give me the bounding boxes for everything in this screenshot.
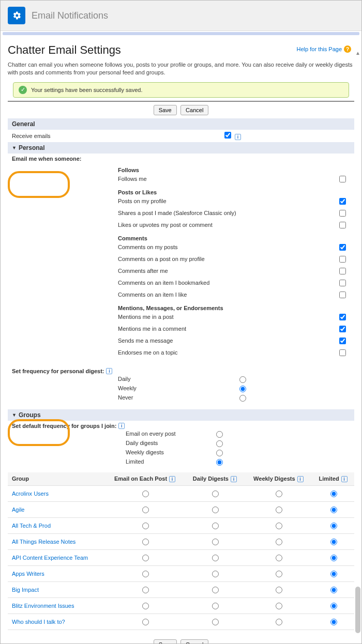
table-row: Acrolinx Users xyxy=(8,485,354,501)
info-icon[interactable] xyxy=(235,134,241,140)
option-row: Comments on a post on my profile xyxy=(118,253,350,265)
group-link[interactable]: Who should I talk to? xyxy=(12,619,65,625)
group-freq-radio[interactable] xyxy=(212,507,219,513)
group-freq-radio[interactable] xyxy=(276,603,282,609)
gear-icon xyxy=(8,7,25,24)
group-freq-radio[interactable] xyxy=(142,555,149,561)
group-freq-radio[interactable] xyxy=(276,571,282,577)
option-label: Comments on an item I like xyxy=(118,292,335,298)
digest-radio[interactable] xyxy=(239,395,246,402)
group-freq-radio[interactable] xyxy=(142,571,149,577)
option-label: Likes or upvotes my post or comment xyxy=(118,222,335,228)
group-freq-radio[interactable] xyxy=(330,539,337,545)
group-freq-radio[interactable] xyxy=(212,523,219,529)
option-checkbox[interactable] xyxy=(339,244,346,251)
group-freq-radio[interactable] xyxy=(276,587,282,593)
group-freq-radio[interactable] xyxy=(142,619,149,625)
group-link[interactable]: All Things Release Notes xyxy=(12,539,76,545)
save-button[interactable]: Save xyxy=(154,105,177,115)
group-freq-radio[interactable] xyxy=(330,555,337,561)
app-header: Email Notifications xyxy=(1,1,361,31)
group-freq-radio[interactable] xyxy=(212,555,219,561)
col-each: Email on Each Post xyxy=(105,472,185,486)
scrollbar-thumb[interactable] xyxy=(355,587,360,633)
receive-emails-checkbox[interactable] xyxy=(224,132,231,139)
option-checkbox[interactable] xyxy=(339,222,346,228)
group-freq-radio[interactable] xyxy=(276,539,282,545)
info-icon[interactable] xyxy=(297,476,304,482)
group-freq-radio[interactable] xyxy=(330,490,337,497)
group-freq-radio[interactable] xyxy=(142,539,149,545)
option-checkbox[interactable] xyxy=(339,280,346,286)
cancel-button[interactable]: Cancel xyxy=(180,639,208,644)
info-icon[interactable] xyxy=(106,368,112,374)
option-checkbox[interactable] xyxy=(339,198,346,205)
option-checkbox[interactable] xyxy=(339,326,346,332)
option-checkbox[interactable] xyxy=(339,268,346,274)
group-default-row: Weekly digests xyxy=(126,448,350,457)
group-link[interactable]: Big Impact xyxy=(12,587,39,593)
personal-options-block: FollowsFollows mePosts or LikesPosts on … xyxy=(8,163,354,359)
group-freq-radio[interactable] xyxy=(330,587,337,593)
section-personal-header[interactable]: ▼ Personal xyxy=(8,142,354,154)
option-checkbox[interactable] xyxy=(339,210,346,217)
group-link[interactable]: Agile xyxy=(12,507,24,513)
help-link[interactable]: Help for this Page ? xyxy=(297,45,351,53)
option-row: Comments on an item I bookmarked xyxy=(118,277,350,289)
option-label: Comments on a post on my profile xyxy=(118,256,335,262)
info-icon[interactable] xyxy=(231,476,237,482)
option-checkbox[interactable] xyxy=(339,256,346,263)
cancel-button[interactable]: Cancel xyxy=(180,105,208,115)
group-freq-radio[interactable] xyxy=(142,507,149,513)
save-button[interactable]: Save xyxy=(154,639,177,644)
info-icon[interactable] xyxy=(169,476,175,482)
group-freq-radio[interactable] xyxy=(212,619,219,625)
group-link[interactable]: Blitz Environment Issues xyxy=(12,603,74,609)
group-freq-radio[interactable] xyxy=(276,507,282,513)
group-freq-radio[interactable] xyxy=(330,571,337,577)
group-freq-radio[interactable] xyxy=(330,603,337,609)
digest-option-label: Never xyxy=(118,394,237,401)
option-checkbox[interactable] xyxy=(339,292,346,298)
group-link[interactable]: Acrolinx Users xyxy=(12,490,49,497)
group-link[interactable]: Apps Writers xyxy=(12,571,44,577)
group-freq-radio[interactable] xyxy=(330,507,337,513)
group-freq-radio[interactable] xyxy=(276,619,282,625)
option-checkbox[interactable] xyxy=(339,314,346,320)
option-checkbox[interactable] xyxy=(339,349,346,356)
group-link[interactable]: All Tech & Prod xyxy=(12,523,51,529)
group-freq-radio[interactable] xyxy=(142,490,149,497)
info-icon[interactable] xyxy=(118,423,125,429)
chevron-down-icon: ▼ xyxy=(12,412,17,418)
digest-radio[interactable] xyxy=(239,386,246,392)
option-checkbox[interactable] xyxy=(339,338,346,344)
group-freq-radio[interactable] xyxy=(142,587,149,593)
group-default-label: Weekly digests xyxy=(126,449,214,455)
group-freq-radio[interactable] xyxy=(330,523,337,529)
group-freq-radio[interactable] xyxy=(276,555,282,561)
group-default-radio[interactable] xyxy=(216,431,223,438)
digest-radio[interactable] xyxy=(239,376,246,383)
group-freq-radio[interactable] xyxy=(142,523,149,529)
group-default-radio[interactable] xyxy=(216,450,223,456)
group-default-radio[interactable] xyxy=(216,440,223,447)
group-default-radio[interactable] xyxy=(216,459,223,466)
info-icon[interactable] xyxy=(341,476,348,482)
group-freq-radio[interactable] xyxy=(330,619,337,625)
section-groups-header[interactable]: ▼ Groups xyxy=(8,409,354,421)
option-row: Shares a post I made (Salesforce Classic… xyxy=(118,207,350,219)
groups-default-label: Set default frequency for groups I join: xyxy=(12,423,116,429)
group-freq-radio[interactable] xyxy=(212,571,219,577)
group-freq-radio[interactable] xyxy=(142,603,149,609)
group-freq-radio[interactable] xyxy=(212,587,219,593)
group-freq-radio[interactable] xyxy=(276,490,282,497)
option-checkbox[interactable] xyxy=(339,176,346,182)
group-freq-radio[interactable] xyxy=(212,539,219,545)
group-link[interactable]: API Content Experience Team xyxy=(12,555,88,561)
group-freq-radio[interactable] xyxy=(276,523,282,529)
app-title: Email Notifications xyxy=(32,10,108,21)
group-freq-radio[interactable] xyxy=(212,603,219,609)
group-freq-radio[interactable] xyxy=(212,490,219,497)
table-row: All Tech & Prod xyxy=(8,517,354,533)
option-row: Likes or upvotes my post or comment xyxy=(118,219,350,231)
